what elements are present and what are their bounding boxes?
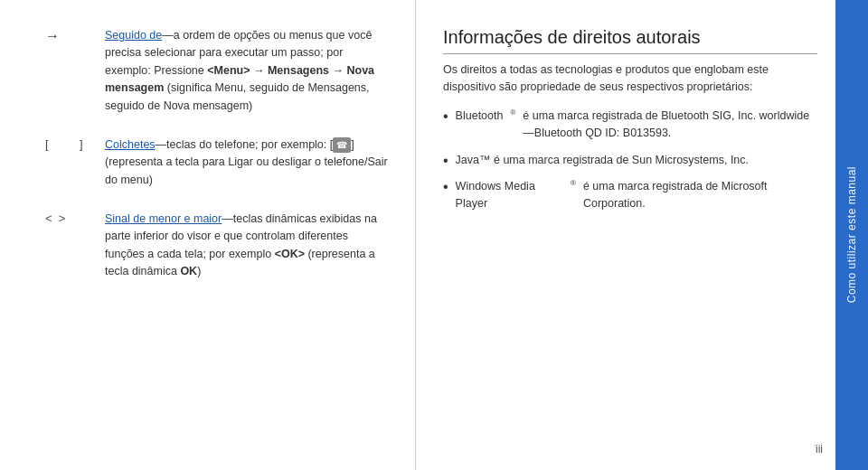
right-panel: Informações de direitos autorais Os dire…	[416, 0, 835, 470]
bullet-list: Bluetooth® é uma marca registrada de Blu…	[443, 108, 817, 213]
bullet-item-bluetooth: Bluetooth® é uma marca registrada de Blu…	[443, 108, 817, 143]
registered-sup-windows: ®	[571, 178, 576, 189]
right-panel-intro: Os direitos a todas as tecnologias e pro…	[443, 61, 817, 97]
seguido-de-link: Seguido de	[105, 29, 162, 42]
registered-sup-bluetooth: ®	[510, 108, 515, 118]
sidebar: Como utilizar este manual	[835, 0, 868, 470]
sinal-link: Sinal de menor e maior	[105, 212, 222, 225]
left-panel: → Seguido de—a ordem de opções ou menus …	[0, 0, 416, 470]
angle-symbol: < >	[45, 211, 90, 225]
entry-bracket-text: Colchetes—teclas do telefone; por exempl…	[105, 136, 388, 189]
colchetes-link: Colchetes	[105, 138, 156, 151]
page-number: iii	[816, 443, 823, 456]
bracket-symbol: [ ]	[45, 136, 90, 151]
phone-icon: ☎	[333, 137, 351, 154]
entry-bracket: [ ] Colchetes—teclas do telefone; por ex…	[45, 136, 388, 189]
sidebar-label: Como utilizar este manual	[845, 166, 858, 303]
right-panel-title: Informações de direitos autorais	[443, 27, 817, 54]
arrow-symbol: →	[45, 27, 90, 44]
entry-arrow-text: Seguido de—a ordem de opções ou menus qu…	[105, 27, 388, 115]
main-content: → Seguido de—a ordem de opções ou menus …	[0, 0, 868, 470]
entry-angle: < > Sinal de menor e maior—teclas dinâmi…	[45, 211, 388, 281]
entry-arrow: → Seguido de—a ordem de opções ou menus …	[45, 27, 388, 115]
entry-angle-text: Sinal de menor e maior—teclas dinâmicas …	[105, 211, 388, 281]
bullet-item-java: Java™ é uma marca registrada de Sun Micr…	[443, 152, 817, 169]
bullet-item-windows: Windows Media Player® é uma marca regist…	[443, 178, 817, 213]
